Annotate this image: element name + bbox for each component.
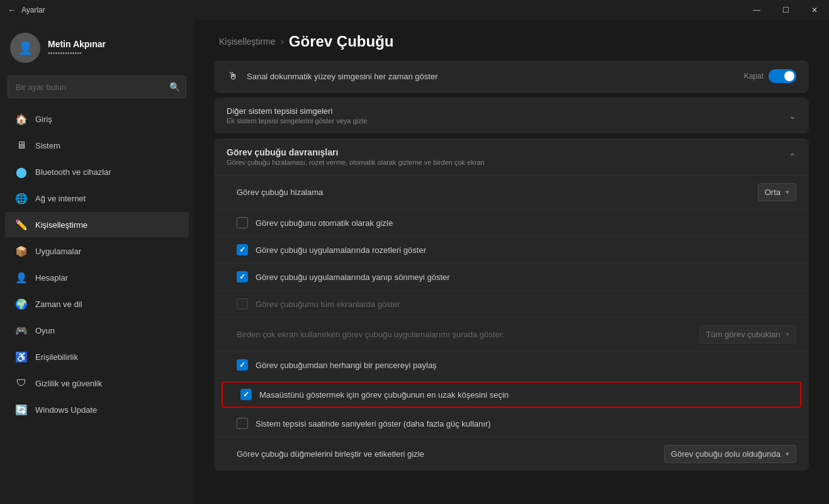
sidebar-label-erisim: Erişilebilirlik xyxy=(35,352,78,362)
breadcrumb-parent[interactable]: Kişiselleştirme xyxy=(219,36,275,47)
search-icon: 🔍 xyxy=(169,82,180,92)
privacy-icon: 🛡 xyxy=(15,377,28,389)
system-clock-label: Sistem tepsisi saatinde saniyeleri göste… xyxy=(256,419,491,428)
user-info: Metin Akpınar •••••••••••••• xyxy=(48,39,106,57)
sidebar-item-giri[interactable]: 🏠 Giriş xyxy=(5,106,189,132)
avatar: 👤 xyxy=(10,33,40,63)
multi-monitor-row: Birden çok ekran kullanırken görev çubuğ… xyxy=(214,318,809,352)
user-section[interactable]: 👤 Metin Akpınar •••••••••••••• xyxy=(0,20,194,73)
behaviors-header[interactable]: Görev çubuğu davranışları Görev çubuğu h… xyxy=(214,138,809,176)
sidebar-item-bluetooth[interactable]: ⬤ Bluetooth ve cihazlar xyxy=(5,159,189,184)
combine-value: Görev çubuğu dolu olduğunda xyxy=(671,449,781,459)
sidebar-item-gizlilik[interactable]: 🛡 Gizlilik ve güvenlik xyxy=(5,371,189,396)
badges-checkbox[interactable] xyxy=(237,244,248,255)
search-input[interactable] xyxy=(8,76,186,98)
content-header: Kişiselleştirme › Görev Çubuğu xyxy=(194,20,829,60)
behaviors-section: Görev çubuğu davranışları Görev çubuğu h… xyxy=(214,138,809,471)
search-box[interactable]: 🔍 xyxy=(8,76,186,98)
accessibility-icon: ♿ xyxy=(15,350,28,363)
sidebar-item-ag[interactable]: 🌐 Ağ ve internet xyxy=(5,186,189,211)
combine-dropdown-arrow-icon: ▾ xyxy=(786,450,789,458)
minimize-button[interactable]: — xyxy=(742,0,771,20)
time-icon: 🌍 xyxy=(15,298,28,310)
alignment-value: Orta xyxy=(765,188,781,197)
show-desktop-label: Masaüstünü göstermek için görev çubuğunu… xyxy=(259,390,509,400)
sidebar-label-gizlilik: Gizlilik ve güvenlik xyxy=(35,379,102,388)
behaviors-title: Görev çubuğu davranışları xyxy=(227,147,485,157)
chevron-down-icon: ⌄ xyxy=(789,111,796,121)
sidebar-item-sistem[interactable]: 🖥 Sistem xyxy=(5,133,189,158)
multi-monitor-label: Birden çok ekran kullanırken görev çubuğ… xyxy=(237,330,505,339)
app-body: 👤 Metin Akpınar •••••••••••••• 🔍 🏠 Giriş… xyxy=(0,20,829,504)
sidebar-label-ag: Ağ ve internet xyxy=(35,194,86,203)
sidebar-label-kisisellik: Kişiselleştirme xyxy=(35,220,87,230)
alignment-label: Görev çubuğu hizalama xyxy=(237,188,323,197)
bluetooth-icon: ⬤ xyxy=(15,165,28,178)
sidebar-label-bluetooth: Bluetooth ve cihazlar xyxy=(35,167,111,177)
system-tray-title: Diğer sistem tepsisi simgeleri xyxy=(227,106,367,116)
show-desktop-row: Masaüstünü göstermek için görev çubuğunu… xyxy=(222,381,801,408)
show-desktop-wrapper: Masaüstünü göstermek için görev çubuğunu… xyxy=(214,379,809,410)
multi-monitor-dropdown-arrow-icon: ▾ xyxy=(786,330,789,339)
flashing-row: Görev çubuğu uygulamalarında yanıp sönme… xyxy=(214,264,809,291)
combine-row: Görev çubuğu düğmelerini birleştir ve et… xyxy=(214,437,809,471)
breadcrumb: Kişiselleştirme › Görev Çubuğu xyxy=(219,33,804,50)
sidebar-item-oyun[interactable]: 🎮 Oyun xyxy=(5,318,189,343)
sidebar-label-hesaplar: Hesaplar xyxy=(35,273,68,283)
show-desktop-checkbox[interactable] xyxy=(240,389,252,400)
combine-label: Görev çubuğu düğmelerini birleştir ve et… xyxy=(237,449,424,459)
share-window-label: Görev çubuğumdan herhangi bir pencereyi … xyxy=(256,361,437,370)
all-screens-row: Görev çubuğumu tüm ekranlarda göster xyxy=(214,291,809,318)
sidebar-item-zaman[interactable]: 🌍 Zaman ve dil xyxy=(5,291,189,316)
sidebar-item-erisim[interactable]: ♿ Erişilebilirlik xyxy=(5,344,189,369)
sidebar: 👤 Metin Akpınar •••••••••••••• 🔍 🏠 Giriş… xyxy=(0,20,194,504)
sidebar-item-kisisellik[interactable]: ✏️ Kişiselleştirme xyxy=(5,212,189,237)
content-area: Kişiselleştirme › Görev Çubuğu 🖱 Sanal d… xyxy=(194,20,829,504)
touchpad-toggle[interactable] xyxy=(769,69,796,83)
auto-hide-checkbox[interactable] xyxy=(237,217,248,228)
toggle-label: Kapat xyxy=(744,72,764,81)
badges-label: Görev çubuğu uygulamalarında rozetleri g… xyxy=(256,245,426,255)
multi-monitor-value: Tüm görev çubukları xyxy=(706,330,781,339)
share-window-checkbox[interactable] xyxy=(237,359,248,371)
combine-dropdown[interactable]: Görev çubuğu dolu olduğunda ▾ xyxy=(664,445,796,463)
all-screens-label: Görev çubuğumu tüm ekranlarda göster xyxy=(256,300,400,309)
content-body: 🖱 Sanal dokunmatik yüzey simgesini her z… xyxy=(194,60,829,504)
title-bar: ← Ayarlar — ☐ ✕ xyxy=(0,0,829,20)
touchpad-label: Sanal dokunmatik yüzey simgesini her zam… xyxy=(247,72,437,81)
back-button[interactable]: ← xyxy=(8,6,16,14)
sidebar-label-zaman: Zaman ve dil xyxy=(35,300,82,309)
user-email: •••••••••••••• xyxy=(48,49,106,57)
touchpad-row: 🖱 Sanal dokunmatik yüzey simgesini her z… xyxy=(214,60,809,92)
update-icon: 🔄 xyxy=(15,403,28,416)
alignment-dropdown[interactable]: Orta ▾ xyxy=(758,183,796,201)
app-title: Ayarlar xyxy=(21,6,45,14)
multi-monitor-dropdown[interactable]: Tüm görev çubukları ▾ xyxy=(699,325,797,344)
system-tray-sub: Ek sistem tepsisi simgelerini göster vey… xyxy=(227,117,367,125)
sidebar-label-oyun: Oyun xyxy=(35,326,55,335)
flashing-checkbox[interactable] xyxy=(237,271,248,283)
apps-icon: 📦 xyxy=(15,245,28,257)
system-clock-checkbox[interactable] xyxy=(237,418,248,429)
sidebar-label-sistem: Sistem xyxy=(35,141,60,150)
system-clock-row: Sistem tepsisi saatinde saniyeleri göste… xyxy=(214,410,809,437)
system-tray-card: Diğer sistem tepsisi simgeleri Ek sistem… xyxy=(214,98,809,133)
flashing-label: Görev çubuğu uygulamalarında yanıp sönme… xyxy=(256,272,450,282)
sidebar-label-update: Windows Update xyxy=(35,405,97,415)
close-button[interactable]: ✕ xyxy=(800,0,829,20)
network-icon: 🌐 xyxy=(15,192,28,204)
breadcrumb-current: Görev Çubuğu xyxy=(289,33,394,50)
accounts-icon: 👤 xyxy=(15,271,28,284)
sidebar-item-uygulamalar[interactable]: 📦 Uygulamalar xyxy=(5,238,189,264)
maximize-button[interactable]: ☐ xyxy=(771,0,800,20)
touchpad-card: 🖱 Sanal dokunmatik yüzey simgesini her z… xyxy=(214,60,809,92)
window-controls: — ☐ ✕ xyxy=(742,0,829,20)
system-tray-header[interactable]: Diğer sistem tepsisi simgeleri Ek sistem… xyxy=(214,98,809,133)
sidebar-item-hesaplar[interactable]: 👤 Hesaplar xyxy=(5,265,189,290)
sidebar-item-update[interactable]: 🔄 Windows Update xyxy=(5,397,189,422)
alignment-row: Görev çubuğu hizalama Orta ▾ xyxy=(214,176,809,210)
all-screens-checkbox[interactable] xyxy=(237,298,248,310)
home-icon: 🏠 xyxy=(15,113,28,125)
behaviors-chevron-up-icon: ⌃ xyxy=(789,152,796,162)
sidebar-label-giri: Giriş xyxy=(35,115,52,124)
